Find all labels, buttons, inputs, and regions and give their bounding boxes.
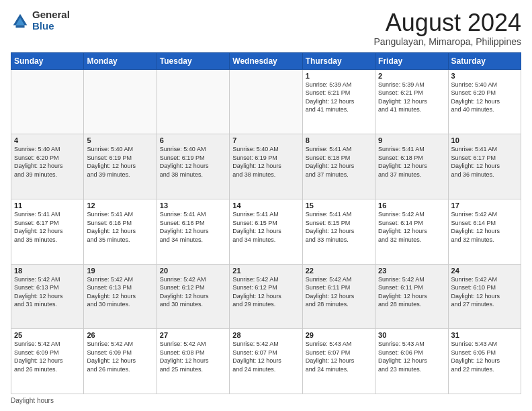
day-info: Sunrise: 5:41 AM Sunset: 6:17 PM Dayligh… xyxy=(451,145,518,179)
table-row: 6Sunrise: 5:40 AM Sunset: 6:19 PM Daylig… xyxy=(157,134,229,199)
table-row xyxy=(11,69,84,134)
day-info: Sunrise: 5:40 AM Sunset: 6:19 PM Dayligh… xyxy=(87,145,153,179)
day-number: 30 xyxy=(378,331,445,339)
day-number: 6 xyxy=(160,136,226,144)
day-info: Sunrise: 5:41 AM Sunset: 6:16 PM Dayligh… xyxy=(87,210,153,244)
table-row: 2Sunrise: 5:39 AM Sunset: 6:21 PM Daylig… xyxy=(375,69,448,134)
day-info: Sunrise: 5:43 AM Sunset: 6:07 PM Dayligh… xyxy=(306,340,372,373)
day-number: 10 xyxy=(451,136,518,144)
day-info: Sunrise: 5:42 AM Sunset: 6:10 PM Dayligh… xyxy=(451,275,518,309)
day-number: 8 xyxy=(306,136,372,144)
calendar-week-row: 1Sunrise: 5:39 AM Sunset: 6:21 PM Daylig… xyxy=(11,69,521,134)
table-row: 29Sunrise: 5:43 AM Sunset: 6:07 PM Dayli… xyxy=(302,329,375,394)
page: General Blue August 2024 Pangulayan, Mim… xyxy=(0,0,532,411)
day-info: Sunrise: 5:41 AM Sunset: 6:16 PM Dayligh… xyxy=(160,210,226,244)
table-row: 19Sunrise: 5:42 AM Sunset: 6:13 PM Dayli… xyxy=(84,264,157,329)
day-info: Sunrise: 5:43 AM Sunset: 6:06 PM Dayligh… xyxy=(378,340,445,373)
day-number: 15 xyxy=(306,201,372,210)
footer-label: Daylight hours xyxy=(11,397,54,404)
table-row: 30Sunrise: 5:43 AM Sunset: 6:06 PM Dayli… xyxy=(375,329,448,394)
day-info: Sunrise: 5:42 AM Sunset: 6:08 PM Dayligh… xyxy=(160,340,226,373)
table-row: 9Sunrise: 5:41 AM Sunset: 6:18 PM Daylig… xyxy=(375,134,448,199)
col-thursday: Thursday xyxy=(302,52,375,69)
day-info: Sunrise: 5:42 AM Sunset: 6:09 PM Dayligh… xyxy=(14,340,81,373)
table-row: 14Sunrise: 5:41 AM Sunset: 6:15 PM Dayli… xyxy=(230,199,302,264)
table-row: 31Sunrise: 5:43 AM Sunset: 6:05 PM Dayli… xyxy=(448,329,521,394)
day-number: 17 xyxy=(451,201,518,210)
logo-text: General Blue xyxy=(32,9,70,32)
day-number: 18 xyxy=(14,267,81,275)
day-info: Sunrise: 5:42 AM Sunset: 6:11 PM Dayligh… xyxy=(306,275,372,309)
day-info: Sunrise: 5:39 AM Sunset: 6:21 PM Dayligh… xyxy=(306,81,372,114)
table-row: 12Sunrise: 5:41 AM Sunset: 6:16 PM Dayli… xyxy=(84,199,157,264)
calendar-week-row: 18Sunrise: 5:42 AM Sunset: 6:13 PM Dayli… xyxy=(11,264,521,329)
day-number: 2 xyxy=(378,72,445,80)
day-number: 12 xyxy=(87,201,153,210)
col-sunday: Sunday xyxy=(11,52,84,69)
table-row: 24Sunrise: 5:42 AM Sunset: 6:10 PM Dayli… xyxy=(448,264,521,329)
day-number: 29 xyxy=(306,331,372,339)
day-number: 24 xyxy=(451,267,518,275)
day-info: Sunrise: 5:42 AM Sunset: 6:07 PM Dayligh… xyxy=(232,340,299,373)
table-row: 5Sunrise: 5:40 AM Sunset: 6:19 PM Daylig… xyxy=(84,134,157,199)
calendar-header-row: Sunday Monday Tuesday Wednesday Thursday… xyxy=(11,52,521,69)
day-info: Sunrise: 5:41 AM Sunset: 6:18 PM Dayligh… xyxy=(378,145,445,179)
svg-rect-2 xyxy=(15,25,24,28)
day-number: 26 xyxy=(87,331,153,339)
day-number: 4 xyxy=(14,136,81,144)
table-row: 4Sunrise: 5:40 AM Sunset: 6:20 PM Daylig… xyxy=(11,134,84,199)
day-number: 9 xyxy=(378,136,445,144)
logo-icon xyxy=(11,11,30,30)
day-info: Sunrise: 5:42 AM Sunset: 6:11 PM Dayligh… xyxy=(378,275,445,309)
table-row xyxy=(84,69,157,134)
header: General Blue August 2024 Pangulayan, Mim… xyxy=(11,9,521,47)
day-info: Sunrise: 5:41 AM Sunset: 6:17 PM Dayligh… xyxy=(14,210,81,244)
calendar-week-row: 25Sunrise: 5:42 AM Sunset: 6:09 PM Dayli… xyxy=(11,329,521,394)
day-info: Sunrise: 5:43 AM Sunset: 6:05 PM Dayligh… xyxy=(451,340,518,373)
table-row: 13Sunrise: 5:41 AM Sunset: 6:16 PM Dayli… xyxy=(157,199,229,264)
table-row: 28Sunrise: 5:42 AM Sunset: 6:07 PM Dayli… xyxy=(230,329,302,394)
day-info: Sunrise: 5:42 AM Sunset: 6:09 PM Dayligh… xyxy=(87,340,153,373)
table-row xyxy=(230,69,302,134)
table-row xyxy=(157,69,229,134)
main-title: August 2024 xyxy=(374,9,521,36)
day-info: Sunrise: 5:40 AM Sunset: 6:19 PM Dayligh… xyxy=(160,145,226,179)
table-row: 26Sunrise: 5:42 AM Sunset: 6:09 PM Dayli… xyxy=(84,329,157,394)
day-number: 25 xyxy=(14,331,81,339)
table-row: 17Sunrise: 5:42 AM Sunset: 6:14 PM Dayli… xyxy=(448,199,521,264)
table-row: 11Sunrise: 5:41 AM Sunset: 6:17 PM Dayli… xyxy=(11,199,84,264)
table-row: 15Sunrise: 5:41 AM Sunset: 6:15 PM Dayli… xyxy=(302,199,375,264)
day-info: Sunrise: 5:42 AM Sunset: 6:13 PM Dayligh… xyxy=(14,275,81,309)
table-row: 3Sunrise: 5:40 AM Sunset: 6:20 PM Daylig… xyxy=(448,69,521,134)
col-tuesday: Tuesday xyxy=(157,52,229,69)
col-saturday: Saturday xyxy=(448,52,521,69)
footer: Daylight hours xyxy=(11,397,521,404)
logo-blue: Blue xyxy=(32,21,70,32)
col-monday: Monday xyxy=(84,52,157,69)
day-info: Sunrise: 5:42 AM Sunset: 6:13 PM Dayligh… xyxy=(87,275,153,309)
day-number: 31 xyxy=(451,331,518,339)
table-row: 27Sunrise: 5:42 AM Sunset: 6:08 PM Dayli… xyxy=(157,329,229,394)
subtitle: Pangulayan, Mimaropa, Philippines xyxy=(374,36,521,47)
calendar-table: Sunday Monday Tuesday Wednesday Thursday… xyxy=(11,52,521,394)
day-number: 3 xyxy=(451,72,518,80)
table-row: 18Sunrise: 5:42 AM Sunset: 6:13 PM Dayli… xyxy=(11,264,84,329)
day-info: Sunrise: 5:42 AM Sunset: 6:14 PM Dayligh… xyxy=(378,210,445,244)
day-number: 14 xyxy=(232,201,299,210)
day-number: 22 xyxy=(306,267,372,275)
day-number: 28 xyxy=(232,331,299,339)
table-row: 10Sunrise: 5:41 AM Sunset: 6:17 PM Dayli… xyxy=(448,134,521,199)
day-number: 13 xyxy=(160,201,226,210)
table-row: 8Sunrise: 5:41 AM Sunset: 6:18 PM Daylig… xyxy=(302,134,375,199)
table-row: 7Sunrise: 5:40 AM Sunset: 6:19 PM Daylig… xyxy=(230,134,302,199)
day-number: 1 xyxy=(306,72,372,80)
day-number: 7 xyxy=(232,136,299,144)
table-row: 20Sunrise: 5:42 AM Sunset: 6:12 PM Dayli… xyxy=(157,264,229,329)
day-number: 11 xyxy=(14,201,81,210)
calendar-week-row: 11Sunrise: 5:41 AM Sunset: 6:17 PM Dayli… xyxy=(11,199,521,264)
day-number: 20 xyxy=(160,267,226,275)
calendar-week-row: 4Sunrise: 5:40 AM Sunset: 6:20 PM Daylig… xyxy=(11,134,521,199)
day-number: 23 xyxy=(378,267,445,275)
day-info: Sunrise: 5:42 AM Sunset: 6:14 PM Dayligh… xyxy=(451,210,518,244)
day-number: 21 xyxy=(232,267,299,275)
